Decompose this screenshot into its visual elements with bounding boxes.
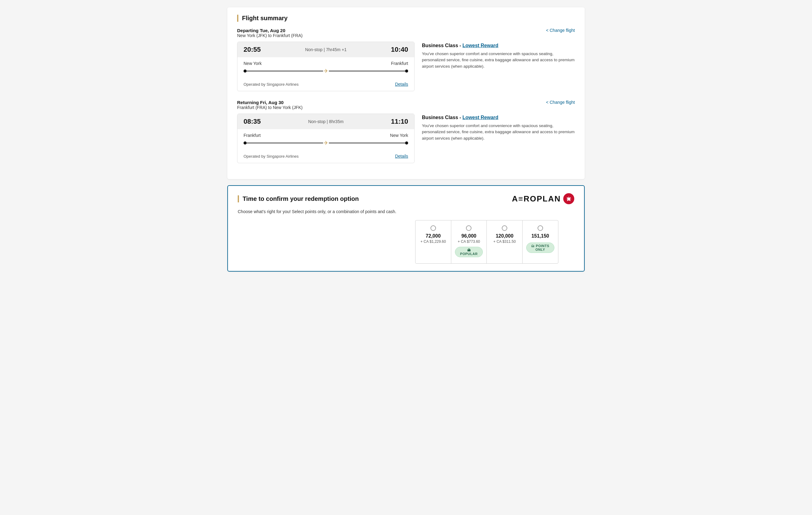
outbound-flight-line: ✈ xyxy=(243,68,408,74)
return-cabin-info: Business Class - Lowest Reward You've ch… xyxy=(422,114,575,141)
return-cabin-title: Business Class - Lowest Reward xyxy=(422,115,575,120)
outbound-flight-card: 20:55 Non-stop | 7hr45m +1 10:40 New Yor… xyxy=(237,42,414,91)
outbound-flight-duration: Non-stop | 7hr45m +1 xyxy=(305,47,347,52)
outbound-plane-icon: ✈ xyxy=(324,68,328,74)
outbound-flight-card-header: 20:55 Non-stop | 7hr45m +1 10:40 xyxy=(237,42,414,57)
outbound-leg-info: Departing Tue, Aug 20 New York (JFK) to … xyxy=(237,28,302,38)
redemption-option-2[interactable]: 120,000+ CA $311.50 xyxy=(487,220,523,263)
maple-leaf-icon xyxy=(563,193,574,204)
outbound-cabin-title-text: Business Class - xyxy=(422,43,463,48)
outbound-flight-footer: Operated by Singapore Airlines Details xyxy=(237,82,414,91)
redemption-cash-0: + CA $1,229.60 xyxy=(419,239,447,244)
return-leg-label: Returning Fri, Aug 30 xyxy=(237,100,302,105)
return-arrival-time: 11:10 xyxy=(391,117,408,126)
redemption-badge-3: 🗂 POINTS ONLY xyxy=(526,243,554,253)
return-line-left xyxy=(246,143,323,143)
flight-summary-title: Flight summary xyxy=(237,15,575,22)
outbound-line-left xyxy=(246,71,323,71)
outbound-cabin-info: Business Class - Lowest Reward You've ch… xyxy=(422,42,575,70)
aeroplan-text: A≡ROPLAN xyxy=(512,194,561,204)
redemption-option-1[interactable]: 96,000+ CA $773.60🏔 POPULAR xyxy=(451,220,487,263)
outbound-departure-time: 20:55 xyxy=(243,46,261,54)
return-details-link[interactable]: Details xyxy=(395,154,408,159)
return-departure-time: 08:35 xyxy=(243,117,261,126)
return-flight-card-header: 08:35 Non-stop | 8hr35m 11:10 xyxy=(237,114,414,129)
return-plane-icon: ✈ xyxy=(324,140,328,146)
return-route-row: Frankfurt New York xyxy=(243,133,408,138)
return-leg-header: Returning Fri, Aug 30 Frankfurt (FRA) to… xyxy=(237,100,575,110)
return-flight-card: 08:35 Non-stop | 8hr35m 11:10 Frankfurt … xyxy=(237,114,414,163)
page-wrapper: Flight summary Departing Tue, Aug 20 New… xyxy=(223,0,589,279)
return-flight-footer: Operated by Singapore Airlines Details xyxy=(237,154,414,163)
redemption-cash-2: + CA $311.50 xyxy=(490,239,519,244)
outbound-dot-right xyxy=(405,70,408,73)
return-route: Frankfurt (FRA) to New York (JFK) xyxy=(237,105,302,110)
redemption-options: 72,000+ CA $1,229.6096,000+ CA $773.60🏔 … xyxy=(415,220,558,264)
redemption-points-1: 96,000 xyxy=(455,233,483,239)
return-change-flight-link[interactable]: < Change flight xyxy=(546,100,575,105)
outbound-dot-left xyxy=(243,70,246,73)
return-flight-duration: Non-stop | 8hr35m xyxy=(308,119,344,124)
return-leg: Returning Fri, Aug 30 Frankfurt (FRA) to… xyxy=(237,100,575,163)
redemption-option-0[interactable]: 72,000+ CA $1,229.60 xyxy=(415,220,451,263)
redemption-cash-1: + CA $773.60 xyxy=(455,239,483,244)
outbound-cabin-title: Business Class - Lowest Reward xyxy=(422,43,575,48)
return-flight-card-body: Frankfurt New York ✈ xyxy=(237,129,414,154)
redemption-points-3: 151,150 xyxy=(526,233,554,239)
redemption-option-3[interactable]: 151,150🗂 POINTS ONLY xyxy=(523,220,558,263)
return-cabin-desc: You've chosen superior comfort and conve… xyxy=(422,123,575,141)
outbound-flight-card-body: New York Frankfurt ✈ xyxy=(237,57,414,82)
outbound-arrival-time: 10:40 xyxy=(391,46,408,54)
outbound-details-link[interactable]: Details xyxy=(395,82,408,87)
redemption-radio-1[interactable] xyxy=(466,225,471,231)
outbound-operated-by: Operated by Singapore Airlines xyxy=(243,82,299,87)
outbound-line-right xyxy=(329,71,405,71)
outbound-leg: Departing Tue, Aug 20 New York (JFK) to … xyxy=(237,28,575,91)
outbound-route: New York (JFK) to Frankfurt (FRA) xyxy=(237,33,302,38)
redemption-header: Time to confirm your redemption option A… xyxy=(238,193,574,204)
redemption-radio-0[interactable] xyxy=(431,225,436,231)
redemption-radio-3[interactable] xyxy=(538,225,543,231)
return-leg-info: Returning Fri, Aug 30 Frankfurt (FRA) to… xyxy=(237,100,302,110)
return-cabin-title-text: Business Class - xyxy=(422,115,463,120)
outbound-flight-content: 20:55 Non-stop | 7hr45m +1 10:40 New Yor… xyxy=(237,42,575,91)
outbound-route-row: New York Frankfurt xyxy=(243,61,408,66)
redemption-title: Time to confirm your redemption option xyxy=(238,195,359,202)
return-from-city: Frankfurt xyxy=(243,133,261,138)
return-dot-left xyxy=(243,141,246,144)
return-cabin-link[interactable]: Lowest Reward xyxy=(463,115,498,120)
outbound-leg-header: Departing Tue, Aug 20 New York (JFK) to … xyxy=(237,28,575,38)
redemption-card: Time to confirm your redemption option A… xyxy=(227,185,585,272)
redemption-subtitle: Choose what's right for you! Select poin… xyxy=(238,209,574,214)
outbound-change-flight-link[interactable]: < Change flight xyxy=(546,28,575,33)
redemption-badge-1: 🏔 POPULAR xyxy=(455,247,483,257)
outbound-from-city: New York xyxy=(243,61,262,66)
return-line-right xyxy=(329,143,405,143)
redemption-points-2: 120,000 xyxy=(490,233,519,239)
redemption-radio-2[interactable] xyxy=(502,225,507,231)
outbound-leg-label: Departing Tue, Aug 20 xyxy=(237,28,302,33)
return-to-city: New York xyxy=(390,133,408,138)
return-operated-by: Operated by Singapore Airlines xyxy=(243,154,299,159)
return-flight-content: 08:35 Non-stop | 8hr35m 11:10 Frankfurt … xyxy=(237,114,575,163)
flight-summary-card: Flight summary Departing Tue, Aug 20 New… xyxy=(227,7,585,179)
aeroplan-logo: A≡ROPLAN xyxy=(512,193,574,204)
outbound-cabin-desc: You've chosen superior comfort and conve… xyxy=(422,51,575,70)
outbound-to-city: Frankfurt xyxy=(391,61,408,66)
redemption-points-0: 72,000 xyxy=(419,233,447,239)
outbound-cabin-link[interactable]: Lowest Reward xyxy=(463,43,498,48)
redemption-options-row: 72,000+ CA $1,229.6096,000+ CA $773.60🏔 … xyxy=(238,220,574,264)
return-dot-right xyxy=(405,141,408,144)
return-flight-line: ✈ xyxy=(243,140,408,146)
